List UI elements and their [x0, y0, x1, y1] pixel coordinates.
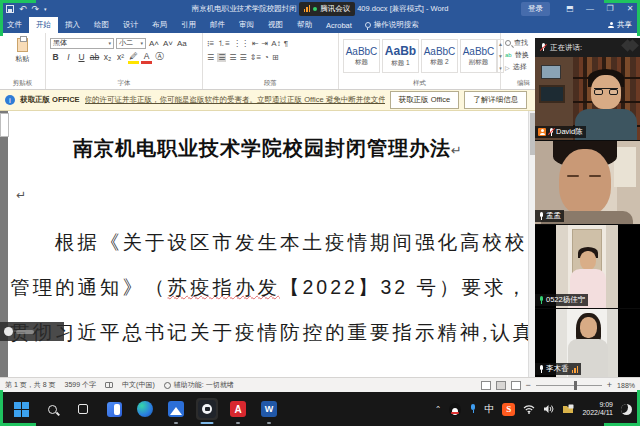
multilevel-list-icon[interactable]: ⋮⋮	[233, 39, 249, 48]
shading-icon[interactable]: ◔	[264, 53, 269, 62]
tencent-meeting-button[interactable]	[196, 398, 218, 420]
increase-indent-icon[interactable]: ⇥	[262, 39, 269, 48]
meeting-overlay-chip[interactable]	[0, 322, 64, 341]
tab-help[interactable]: 帮助	[290, 17, 319, 33]
decrease-indent-icon[interactable]: ⇤	[252, 39, 259, 48]
taskbar-search-button[interactable]	[41, 398, 63, 420]
folder-notification-icon[interactable]	[562, 404, 574, 414]
font-size-combo[interactable]: 小二▾	[116, 38, 146, 49]
overlay-text-blur	[16, 330, 34, 334]
style-label: 标题	[355, 58, 368, 67]
shared-desktop: ↶ ↷ ▾ 南京机电职业技术学院校园封闭 腾讯会议 409.docx [兼容模式…	[0, 0, 640, 426]
tab-draw[interactable]: 绘图	[87, 17, 116, 33]
tab-mailings[interactable]: 邮件	[203, 17, 232, 33]
italic-button[interactable]: I	[63, 52, 74, 62]
show-marks-icon[interactable]: ¶	[284, 39, 288, 48]
video-tile-3[interactable]: 0522杨佳宁	[535, 225, 640, 308]
bold-button[interactable]: B	[50, 52, 61, 62]
superscript-button[interactable]: x²	[115, 52, 126, 62]
subscript-button[interactable]: x₂	[102, 52, 113, 62]
proofing-icon[interactable]	[105, 382, 113, 388]
strikethrough-button[interactable]: ab	[89, 52, 100, 62]
highlight-color-button[interactable]: 🖉	[128, 51, 139, 64]
tell-me-search[interactable]: 操作说明搜索	[359, 17, 425, 33]
font-color-button[interactable]: A	[141, 51, 152, 64]
vertical-scrollbar[interactable]	[528, 111, 535, 377]
line-spacing-icon[interactable]: ⇕≡	[250, 53, 261, 62]
shrink-font-icon[interactable]: A˅	[162, 39, 174, 48]
zoom-slider-thumb[interactable]	[574, 381, 577, 390]
style-card-title[interactable]: AaBbC 标题	[343, 39, 380, 73]
video-tile-1[interactable]: David陈	[535, 57, 640, 140]
align-right-icon[interactable]: ☰	[229, 53, 236, 62]
font-name-combo[interactable]: 黑体▾	[50, 38, 114, 49]
character-border-icon[interactable]: Ⓐ	[154, 51, 165, 63]
borders-icon[interactable]: ⊞	[272, 53, 279, 62]
tab-acrobat[interactable]: Acrobat	[319, 17, 359, 33]
tab-layout[interactable]: 布局	[145, 17, 174, 33]
get-genuine-office-button[interactable]: 获取正版 Office	[390, 91, 460, 109]
style-card-heading1[interactable]: AaBb 标题 1	[382, 39, 419, 73]
page-edge	[0, 113, 9, 137]
change-case-icon[interactable]: Aa	[176, 39, 188, 48]
sogou-input-icon[interactable]: S	[502, 403, 515, 416]
align-left-icon[interactable]: ☰	[207, 53, 214, 62]
widgets-button[interactable]	[103, 398, 125, 420]
style-card-heading2[interactable]: AaBbC 标题 2	[421, 39, 458, 73]
numbering-icon[interactable]: ⒈≡	[217, 38, 230, 49]
word-count[interactable]: 3599 个字	[65, 380, 97, 390]
host-badge-icon	[538, 128, 546, 136]
tab-insert[interactable]: 插入	[58, 17, 87, 33]
accessibility-status[interactable]: 辅助功能: 一切就绪	[164, 380, 234, 390]
justify-icon[interactable]: ☰	[240, 53, 247, 62]
tab-view[interactable]: 视图	[261, 17, 290, 33]
input-method-indicator[interactable]: 中	[484, 402, 494, 416]
language-indicator[interactable]: 中文(中国)	[122, 380, 155, 390]
ribbon-display-options-icon[interactable]: ⬒	[560, 0, 580, 17]
sign-in-button[interactable]: 登录	[521, 2, 550, 16]
print-layout-icon[interactable]	[496, 381, 506, 390]
style-card-subtitle[interactable]: AaBbC 副标题	[460, 39, 497, 73]
zoom-level[interactable]: 188%	[617, 382, 635, 389]
underline-button[interactable]: U	[76, 52, 87, 62]
web-layout-icon[interactable]	[511, 381, 521, 390]
align-center-icon[interactable]: ☰	[217, 53, 226, 62]
word-icon: W	[261, 401, 277, 417]
page-indicator[interactable]: 第 1 页，共 8 页	[5, 380, 56, 390]
task-view-icon	[78, 404, 88, 414]
video-tile-2[interactable]: 孟孟	[535, 141, 640, 224]
meeting-video-sidebar: 正在讲话: David陈	[535, 38, 640, 377]
paste-button[interactable]: 粘贴	[4, 38, 41, 64]
voice-input-icon[interactable]	[469, 404, 476, 414]
minimize-button[interactable]: —	[580, 0, 600, 17]
clipboard-group-label: 剪贴板	[0, 79, 45, 88]
sort-icon[interactable]: A↕	[271, 39, 280, 48]
docs-app-button[interactable]	[165, 398, 187, 420]
mic-muted-icon[interactable]	[540, 43, 546, 52]
tab-references[interactable]: 引用	[174, 17, 203, 33]
zoom-slider[interactable]	[536, 385, 602, 386]
tray-overflow-chevron[interactable]: ⌃	[435, 405, 442, 414]
bullets-icon[interactable]: ⁝≡	[207, 39, 214, 48]
read-mode-icon[interactable]	[481, 381, 491, 390]
video-tile-4[interactable]: 李木香	[535, 309, 640, 377]
task-view-button[interactable]	[72, 398, 94, 420]
learn-more-button[interactable]: 了解详细信息	[464, 91, 527, 109]
body-line-2: 管理的通知》（苏疫指办发【2022】32 号）要求，为坚决	[10, 274, 597, 301]
zoom-in-button[interactable]: +	[607, 380, 612, 390]
mic-active-icon	[538, 296, 544, 305]
edge-browser-button[interactable]	[134, 398, 156, 420]
speaker-icon[interactable]	[543, 404, 554, 414]
license-message-link[interactable]: 你的许可证并非正版，你可能是盗版软件的受害者。立即通过正版 Office 避免中…	[85, 95, 385, 105]
tab-review[interactable]: 审阅	[232, 17, 261, 33]
style-preview: AaBbC	[346, 46, 378, 57]
grow-font-icon[interactable]: A˄	[148, 39, 160, 48]
wifi-icon[interactable]	[523, 404, 535, 414]
document-title-right: 409.docx [兼容模式] - Word	[357, 4, 448, 14]
meeting-status-pill[interactable]: 腾讯会议	[299, 2, 356, 16]
qq-icon[interactable]	[449, 403, 461, 416]
acrobat-button[interactable]: A	[227, 398, 249, 420]
zoom-out-button[interactable]: −	[526, 380, 531, 390]
tab-design[interactable]: 设计	[116, 17, 145, 33]
word-app-button[interactable]: W	[258, 398, 280, 420]
